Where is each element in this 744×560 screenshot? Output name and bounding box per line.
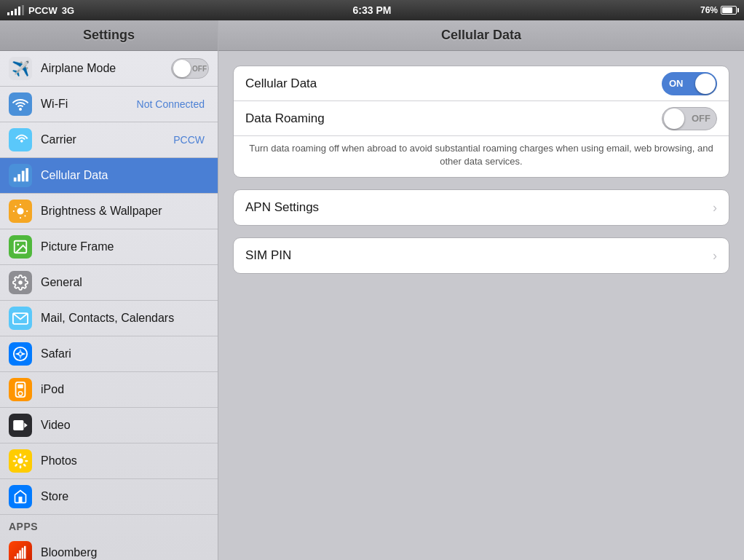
svg-rect-36 [22,548,24,559]
airplane-mode-toggle[interactable]: OFF [171,58,209,79]
picture-frame-icon [9,235,32,259]
content-area: Cellular Data Cellular Data ON Data Roam… [218,20,744,560]
sidebar-item-store[interactable]: Store [0,479,218,515]
svg-rect-0 [14,178,17,182]
general-label: General [41,276,209,289]
data-roaming-description: Turn data roaming off when abroad to avo… [234,136,729,177]
airplane-mode-icon: ✈️ [9,57,32,80]
sidebar-item-ipod[interactable]: iPod [0,372,218,408]
sidebar-item-brightness[interactable]: Brightness & Wallpaper [0,194,218,229]
svg-point-32 [15,455,18,459]
svg-point-24 [17,458,23,463]
sidebar-header: Settings [0,20,218,51]
sidebar-item-video[interactable]: Video [0,408,218,443]
apn-settings-row[interactable]: APN Settings › [234,190,729,225]
general-icon [9,271,32,294]
signal-bar-1 [7,12,9,15]
sidebar-item-mail[interactable]: Mail, Contacts, Calendars [0,301,218,336]
carrier-value: PCCW [173,134,205,146]
ipod-icon [9,378,32,401]
battery-fill [722,7,732,13]
carrier-icon [9,128,32,151]
svg-point-30 [15,463,18,467]
cellular-data-icon [9,164,32,187]
svg-point-29 [20,465,22,469]
sim-pin-label: SIM PIN [245,248,713,263]
sidebar-item-wifi[interactable]: Wi-Fi Not Connected [0,87,218,122]
svg-marker-23 [24,422,27,427]
safari-icon [9,342,32,366]
svg-rect-3 [25,168,28,181]
battery-percent: 76% [700,5,718,15]
mail-label: Mail, Contacts, Calendars [41,312,209,325]
sidebar-item-carrier[interactable]: Carrier PCCW [0,122,218,158]
svg-line-7 [15,206,16,207]
cellular-data-label: Cellular Data [41,169,209,182]
toggle-off-label: OFF [192,65,207,73]
sidebar-item-airplane-mode[interactable]: ✈️ Airplane Mode OFF [0,51,218,87]
battery-icon [721,6,737,15]
bloomberg-icon [9,541,32,560]
sim-pin-chevron: › [713,248,717,264]
svg-point-26 [23,455,26,459]
network-label: 3G [62,5,74,16]
brightness-label: Brightness & Wallpaper [41,205,209,218]
cellular-data-group: Cellular Data ON Data Roaming OFF Turn d… [233,66,729,178]
svg-point-28 [23,463,26,467]
content-body: Cellular Data ON Data Roaming OFF Turn d… [218,51,744,300]
status-time: 6:33 PM [353,4,392,16]
status-right: 76% [700,5,737,15]
main-layout: Settings ✈️ Airplane Mode OFF Wi-Fi Not … [0,20,744,560]
cellular-data-toggle[interactable]: ON [662,72,717,95]
sidebar-item-bloomberg[interactable]: Bloomberg [0,535,218,560]
sidebar-item-general[interactable]: General [0,265,218,301]
content-header: Cellular Data [218,20,744,51]
signal-bars [7,5,24,15]
signal-bar-3 [15,9,17,15]
data-roaming-row: Data Roaming OFF [234,101,729,136]
wifi-label: Wi-Fi [41,98,137,111]
video-icon [9,414,32,437]
data-roaming-toggle-knob [664,109,684,129]
sim-pin-row[interactable]: SIM PIN › [234,238,729,273]
sidebar-item-cellular-data[interactable]: Cellular Data [0,158,218,194]
bloomberg-label: Bloomberg [41,546,209,559]
sidebar-item-safari[interactable]: Safari [0,336,218,372]
ipod-label: iPod [41,383,209,396]
apn-settings-group: APN Settings › [233,189,729,226]
svg-rect-21 [17,384,23,389]
sidebar: Settings ✈️ Airplane Mode OFF Wi-Fi Not … [0,20,218,560]
store-label: Store [41,490,209,503]
airplane-mode-label: Airplane Mode [41,62,171,75]
cellular-data-row-label: Cellular Data [245,76,662,91]
content-title: Cellular Data [441,28,521,42]
sidebar-title: Settings [83,28,135,42]
safari-label: Safari [41,347,209,360]
sidebar-item-photos[interactable]: Photos [0,443,218,479]
sidebar-item-picture-frame[interactable]: Picture Frame [0,229,218,265]
wifi-icon [9,92,32,116]
apps-section-header: Apps [0,515,218,535]
data-roaming-toggle[interactable]: OFF [662,107,717,130]
svg-rect-35 [19,551,21,559]
svg-rect-33 [15,556,17,559]
cellular-data-row: Cellular Data ON [234,66,729,101]
signal-bar-5 [22,5,24,15]
store-icon [9,485,32,508]
svg-rect-37 [24,546,26,559]
svg-rect-2 [22,171,25,182]
svg-rect-34 [17,553,19,559]
sim-pin-group: SIM PIN › [233,237,729,274]
carrier-label: PCCW [28,5,58,16]
status-bar: PCCW 3G 6:33 PM 76% [0,0,744,20]
svg-rect-1 [17,174,20,181]
picture-frame-label: Picture Frame [41,240,209,253]
svg-point-31 [12,460,16,462]
svg-point-13 [18,280,23,285]
signal-bar-4 [18,7,20,15]
svg-rect-22 [13,420,23,430]
status-left: PCCW 3G [7,5,74,16]
wifi-value: Not Connected [137,98,205,110]
apn-settings-label: APN Settings [245,200,713,215]
svg-point-12 [17,243,19,245]
